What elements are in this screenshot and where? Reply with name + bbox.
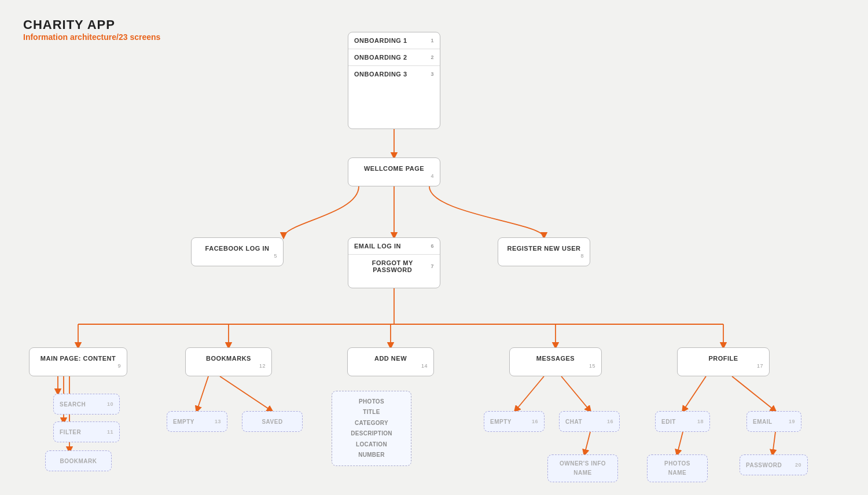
addnew-node: ADD NEW 14	[347, 347, 434, 376]
prof-password-node: PASSWORD 20	[740, 454, 808, 475]
wellcome-num: 4	[431, 173, 434, 179]
prof-password-num: 20	[795, 462, 801, 468]
app-subtitle: Information architecture/23 screens	[23, 32, 160, 42]
filter-node: FILTER 11	[53, 421, 120, 442]
owners-info-label: OWNER'S INFO	[560, 459, 606, 468]
bm-empty-node: EMPTY 13	[167, 411, 227, 432]
onboarding3-label: ONBOARDING 3	[354, 71, 407, 78]
prof-photos-name-node: PHOTOS NAME	[647, 454, 708, 482]
search-node: SEARCH 10	[53, 394, 120, 415]
svg-line-14	[515, 376, 544, 411]
addnew-list-node: PHOTOSTITLECATEGORYDESCRIPTIONLOCATIONNU…	[332, 391, 411, 466]
header: CHARITY APP Information architecture/23 …	[23, 17, 160, 42]
svg-line-18	[732, 376, 775, 411]
onboarding2-num: 2	[431, 54, 434, 60]
bookmark-label: BOOKMARK	[60, 458, 97, 464]
filter-num: 11	[107, 429, 113, 435]
bm-empty-label: EMPTY	[173, 419, 194, 425]
msg-empty-label: EMPTY	[490, 419, 512, 425]
bookmarks-num: 12	[259, 363, 266, 369]
addnew-label: ADD NEW	[374, 355, 407, 362]
svg-line-19	[677, 432, 683, 454]
prof-edit-label: EDIT	[661, 419, 676, 425]
chat-num: 16	[607, 419, 613, 424]
filter-label: FILTER	[60, 429, 81, 435]
svg-line-20	[773, 432, 775, 454]
prof-password-label: PASSWORD	[746, 462, 782, 468]
chat-label: CHAT	[565, 419, 582, 425]
bookmark-node: BOOKMARK	[45, 450, 112, 471]
app-title: CHARITY APP	[23, 17, 160, 32]
main-label: MAIN PAGE: CONTENT	[41, 355, 116, 362]
msg-chat-node: CHAT 16	[559, 411, 620, 432]
forgot-label: FORGOT MY PASSWORD	[354, 259, 431, 273]
photos-label: PHOTOS	[664, 459, 690, 468]
register-label: REGISTER NEW USER	[507, 245, 580, 252]
owners-name-label: NAME	[573, 468, 591, 478]
onboarding2-label: ONBOARDING 2	[354, 54, 407, 61]
svg-line-12	[197, 376, 208, 411]
name-label: NAME	[668, 468, 686, 478]
prof-edit-num: 18	[697, 419, 704, 424]
facebook-num: 5	[274, 253, 277, 259]
messages-node: MESSAGES 15	[509, 347, 602, 376]
msg-empty-node: EMPTY 16	[484, 411, 545, 432]
profile-label: PROFILE	[708, 355, 738, 362]
prof-email-node: EMAIL 19	[746, 411, 801, 432]
bookmarks-label: BOOKMARKS	[206, 355, 251, 362]
profile-num: 17	[757, 363, 763, 369]
register-node: REGISTER NEW USER 8	[498, 237, 590, 266]
messages-label: MESSAGES	[536, 355, 575, 362]
prof-email-label: EMAIL	[753, 419, 773, 425]
messages-num: 15	[589, 363, 595, 369]
svg-line-16	[584, 432, 590, 454]
email-num: 6	[431, 243, 434, 249]
search-num: 10	[107, 401, 113, 407]
addnew-num: 14	[421, 363, 428, 369]
onboarding1-num: 1	[431, 38, 434, 43]
wellcome-node: WELLCOME PAGE 4	[348, 157, 440, 186]
bm-saved-label: SAVED	[262, 419, 282, 425]
facebook-node: FACEBOOK LOG IN 5	[191, 237, 284, 266]
forgot-num: 7	[431, 263, 434, 269]
addnew-list-label: PHOTOSTITLECATEGORYDESCRIPTIONLOCATIONNU…	[351, 397, 392, 461]
svg-line-13	[220, 376, 272, 411]
email-group: EMAIL LOG IN 6 FORGOT MY PASSWORD 7	[348, 237, 440, 288]
svg-line-15	[561, 376, 590, 411]
profile-node: PROFILE 17	[677, 347, 770, 376]
main-num: 9	[117, 363, 121, 369]
prof-edit-node: EDIT 18	[655, 411, 710, 432]
prof-email-num: 19	[789, 419, 795, 424]
bm-saved-node: SAVED	[242, 411, 303, 432]
email-label: EMAIL LOG IN	[354, 243, 401, 250]
onboarding-group: ONBOARDING 1 1 ONBOARDING 2 2 ONBOARDING…	[348, 32, 440, 129]
register-num: 8	[580, 253, 584, 259]
bm-empty-num: 13	[215, 419, 221, 424]
wellcome-label: WELLCOME PAGE	[364, 165, 424, 172]
search-label: SEARCH	[60, 401, 86, 408]
facebook-label: FACEBOOK LOG IN	[205, 245, 270, 252]
msg-empty-num: 16	[532, 419, 538, 424]
onboarding3-num: 3	[431, 71, 434, 77]
svg-line-17	[683, 376, 706, 411]
bookmarks-node: BOOKMARKS 12	[185, 347, 272, 376]
main-node: MAIN PAGE: CONTENT 9	[29, 347, 127, 376]
owners-info-node: OWNER'S INFO NAME	[547, 454, 618, 482]
onboarding1-label: ONBOARDING 1	[354, 37, 407, 44]
